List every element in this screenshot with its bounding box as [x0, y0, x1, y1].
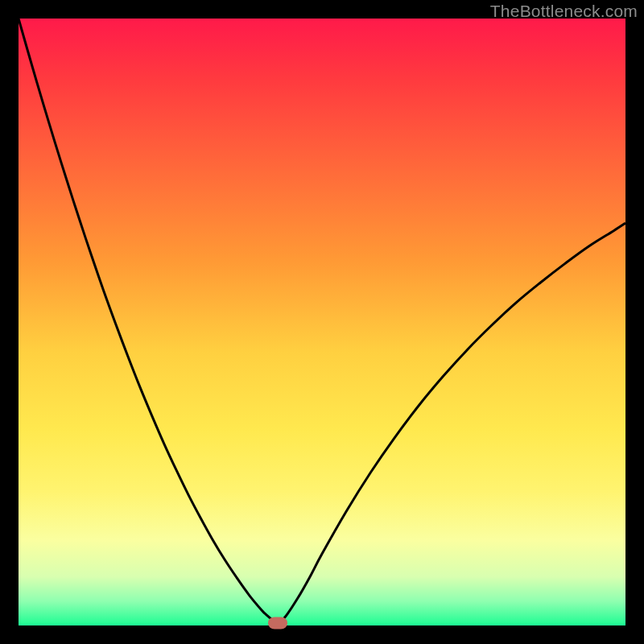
optimal-point-marker: [268, 617, 287, 629]
curve-layer: [19, 19, 625, 625]
plot-area: [19, 19, 625, 625]
chart-frame: TheBottleneck.com: [0, 0, 644, 644]
bottleneck-curve: [19, 19, 625, 623]
